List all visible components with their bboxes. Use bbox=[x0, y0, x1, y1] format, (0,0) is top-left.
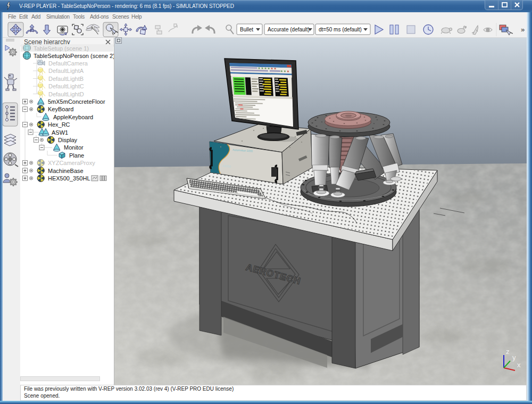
svg-text:dt=50 ms (default): dt=50 ms (default) bbox=[319, 27, 362, 32]
svg-text:Plane: Plane bbox=[69, 152, 84, 159]
svg-text:Accurate (default): Accurate (default) bbox=[268, 27, 310, 32]
svg-text:XYZCameraProxy: XYZCameraProxy bbox=[48, 160, 95, 166]
svg-text:TableSetupNoPerson (scene 2): TableSetupNoPerson (scene 2) bbox=[34, 53, 114, 59]
svg-text:MachineBase: MachineBase bbox=[48, 168, 84, 174]
svg-text:y: y bbox=[512, 353, 516, 361]
svg-text:TableSetup (scene 1): TableSetup (scene 1) bbox=[34, 45, 89, 52]
svg-text:x: x bbox=[517, 361, 521, 369]
svg-text:5mX5mConcreteFloor: 5mX5mConcreteFloor bbox=[48, 98, 105, 105]
svg-text:z: z bbox=[506, 348, 510, 356]
svg-text:DefaultLightB: DefaultLightB bbox=[48, 76, 84, 82]
svg-text:DefaultLightA: DefaultLightA bbox=[48, 68, 84, 74]
svg-text:Bullet: Bullet bbox=[240, 27, 253, 32]
svg-text:»: » bbox=[521, 26, 525, 34]
svg-text:DefaultLightC: DefaultLightC bbox=[48, 83, 84, 89]
svg-text:ASW1: ASW1 bbox=[52, 129, 68, 136]
svg-text:HEX500_350HL: HEX500_350HL bbox=[48, 175, 90, 182]
svg-text:DefaultLightD: DefaultLightD bbox=[48, 91, 84, 97]
svg-text:AppleKeyboard: AppleKeyboard bbox=[53, 114, 93, 120]
svg-text:DefaultCamera: DefaultCamera bbox=[48, 60, 88, 67]
svg-text:Monitor: Monitor bbox=[64, 144, 84, 151]
svg-text:KeyBoard: KeyBoard bbox=[48, 106, 73, 112]
svg-text:Hex_RC: Hex_RC bbox=[48, 121, 70, 128]
svg-text:Display: Display bbox=[58, 137, 78, 143]
